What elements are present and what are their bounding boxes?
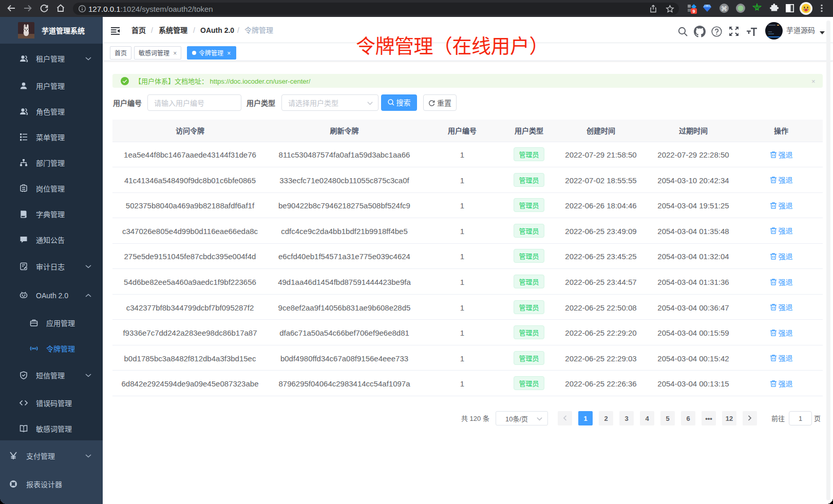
svg-text:9: 9: [692, 9, 695, 14]
svg-text:⌘: ⌘: [721, 5, 727, 12]
